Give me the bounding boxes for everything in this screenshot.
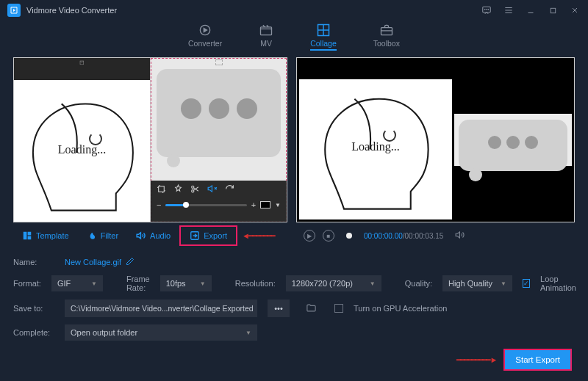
gpu-label: Turn on GPU Acceleration bbox=[354, 304, 447, 313]
svg-rect-8 bbox=[381, 28, 392, 35]
caret-icon: ▼ bbox=[501, 280, 506, 287]
nav-toolbox-label: Toolbox bbox=[373, 39, 400, 48]
resolution-select[interactable]: 1280x720 (720p)▼ bbox=[286, 275, 381, 291]
quality-select[interactable]: High Quality▼ bbox=[442, 275, 512, 291]
export-form: Name: New Collage.gif Format: GIF▼ Frame… bbox=[0, 249, 588, 349]
export-icon bbox=[190, 231, 200, 241]
tab-template[interactable]: Template bbox=[13, 227, 78, 244]
aspect-caret-icon[interactable]: ▼ bbox=[275, 202, 281, 208]
stop-button[interactable]: ■ bbox=[323, 230, 334, 242]
loop-label: Loop Animation bbox=[540, 275, 576, 292]
loop-checkbox[interactable] bbox=[523, 279, 530, 288]
collage-cell-left[interactable]: ⊡ Loading... bbox=[14, 58, 151, 222]
mid-toolbar: Template Filter Audio Export ◄━━━━━━━ ▶ … bbox=[0, 222, 588, 249]
player-controls: ▶ ■ 00:00:00.00/00:00:03.15 bbox=[304, 230, 465, 242]
effects-icon[interactable] bbox=[173, 184, 183, 196]
app-title: Vidmore Video Converter bbox=[26, 6, 117, 15]
fps-label: Frame Rate: bbox=[126, 275, 150, 292]
zoom-slider[interactable] bbox=[165, 204, 246, 206]
fps-value: 10fps bbox=[166, 279, 186, 288]
drag-handle-icon[interactable]: ⊡ bbox=[79, 59, 85, 66]
start-export-button[interactable]: Start Export bbox=[503, 349, 572, 371]
footer: ━━━━━━━━━► Start Export bbox=[456, 349, 572, 371]
mute-icon[interactable] bbox=[207, 184, 218, 196]
tab-audio-label: Audio bbox=[150, 231, 171, 240]
edit-icon[interactable] bbox=[126, 257, 135, 267]
rotate-icon[interactable] bbox=[225, 184, 234, 196]
annotation-arrow-1: ◄━━━━━━━ bbox=[242, 231, 274, 241]
loading-text: Loading... bbox=[351, 140, 399, 153]
tab-export[interactable]: Export bbox=[179, 225, 237, 246]
caret-icon: ▼ bbox=[91, 280, 97, 287]
tab-template-label: Template bbox=[36, 231, 69, 240]
name-value[interactable]: New Collage.gif bbox=[65, 257, 135, 267]
preview-cell-mid bbox=[454, 114, 572, 165]
preview-pane: Loading... bbox=[296, 57, 575, 222]
titlebar: Vidmore Video Converter bbox=[0, 0, 588, 21]
gpu-checkbox[interactable] bbox=[334, 304, 343, 313]
open-folder-icon[interactable] bbox=[306, 302, 317, 315]
complete-select[interactable]: Open output folder▼ bbox=[65, 324, 257, 341]
menu-icon[interactable] bbox=[503, 4, 514, 16]
crop-icon[interactable] bbox=[157, 184, 166, 196]
nav-collage-label: Collage bbox=[310, 39, 337, 48]
aspect-selector[interactable] bbox=[260, 201, 270, 208]
svg-point-1 bbox=[484, 9, 485, 10]
collage-icon bbox=[316, 23, 331, 37]
svg-rect-14 bbox=[28, 236, 32, 240]
window-controls bbox=[481, 4, 581, 16]
preview-cells-right bbox=[454, 60, 572, 219]
close-icon[interactable] bbox=[569, 4, 581, 16]
browse-button[interactable]: ••• bbox=[268, 300, 290, 317]
nav-mv[interactable]: MV bbox=[259, 23, 273, 48]
top-navigation: Converter MV Collage Toolbox bbox=[0, 21, 588, 57]
play-button[interactable]: ▶ bbox=[304, 230, 315, 242]
svg-rect-4 bbox=[551, 8, 555, 12]
trim-icon[interactable] bbox=[190, 184, 200, 196]
tab-filter[interactable]: Filter bbox=[78, 227, 127, 244]
name-label: Name: bbox=[13, 258, 54, 266]
complete-value: Open output folder bbox=[71, 328, 137, 337]
workarea: ⊡ Loading... − bbox=[0, 57, 588, 222]
collage-cell-right[interactable]: − + ▼ bbox=[151, 58, 287, 222]
tab-export-label: Export bbox=[204, 231, 227, 240]
zoom-in-icon[interactable]: + bbox=[251, 200, 256, 209]
zoom-out-icon[interactable]: − bbox=[157, 200, 161, 209]
nav-toolbox[interactable]: Toolbox bbox=[373, 23, 400, 48]
feedback-icon[interactable] bbox=[481, 4, 492, 16]
collage-editor[interactable]: ⊡ Loading... − bbox=[13, 57, 287, 222]
maximize-icon[interactable] bbox=[547, 4, 559, 16]
saveto-label: Save to: bbox=[13, 304, 54, 313]
minimize-icon[interactable] bbox=[525, 4, 537, 16]
resize-handle-icon[interactable] bbox=[215, 59, 223, 65]
svg-rect-9 bbox=[159, 186, 165, 192]
saveto-path[interactable]: C:\Vidmore\Vidmore Video...nverter\Colla… bbox=[65, 300, 257, 317]
clip-toolbar: − + ▼ bbox=[151, 181, 287, 222]
volume-icon[interactable] bbox=[455, 230, 465, 242]
annotation-arrow-2: ━━━━━━━━━► bbox=[456, 355, 496, 365]
format-value: GIF bbox=[57, 279, 71, 288]
mv-icon bbox=[259, 23, 273, 37]
svg-rect-13 bbox=[28, 232, 32, 236]
format-select[interactable]: GIF▼ bbox=[51, 275, 103, 291]
nav-converter[interactable]: Converter bbox=[188, 23, 222, 48]
nav-collage[interactable]: Collage bbox=[310, 23, 337, 51]
loading-text: Loading... bbox=[58, 143, 106, 156]
time-total: 00:00:03.15 bbox=[405, 232, 444, 240]
complete-label: Complete: bbox=[13, 328, 54, 337]
converter-icon bbox=[198, 23, 212, 37]
tab-audio[interactable]: Audio bbox=[127, 227, 179, 244]
audio-icon bbox=[136, 231, 146, 241]
nav-converter-label: Converter bbox=[188, 39, 222, 48]
res-label: Resolution: bbox=[235, 279, 276, 288]
toolbox-icon bbox=[379, 23, 394, 37]
fps-select[interactable]: 10fps▼ bbox=[160, 275, 212, 291]
caret-icon: ▼ bbox=[200, 280, 206, 287]
quality-label: Quality: bbox=[405, 279, 432, 288]
caret-icon: ▼ bbox=[370, 280, 376, 287]
tab-filter-label: Filter bbox=[101, 231, 118, 240]
svg-point-11 bbox=[192, 189, 194, 192]
filter-icon bbox=[87, 231, 97, 241]
svg-rect-12 bbox=[24, 232, 27, 240]
svg-point-3 bbox=[488, 9, 489, 10]
